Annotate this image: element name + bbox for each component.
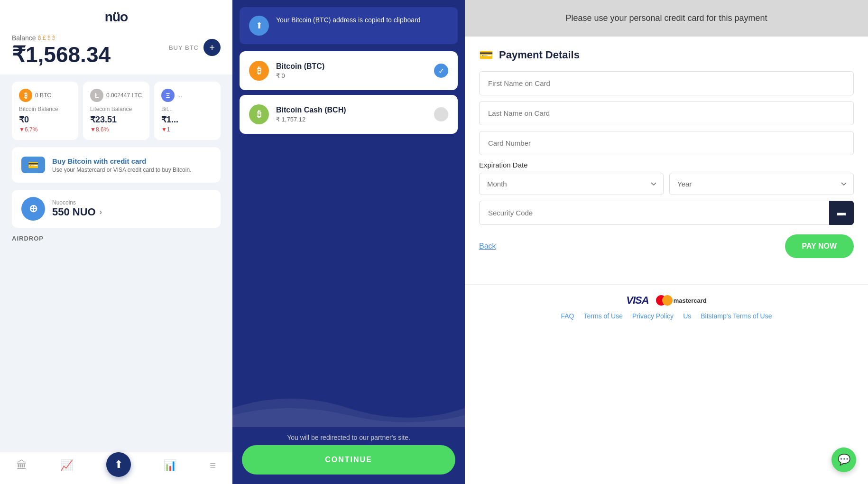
- nuocoins-info: Nuocoins 550 NUO ›: [52, 199, 102, 218]
- last-name-input[interactable]: [479, 101, 854, 125]
- security-code-input[interactable]: [479, 201, 829, 225]
- btc-card-header: ₿ 0 BTC: [19, 89, 71, 102]
- balance-amount: ₹1,568.34: [12, 42, 111, 67]
- continue-button[interactable]: CONTINUE: [242, 445, 455, 475]
- notice-banner: Please use your personal credit card for…: [465, 0, 868, 37]
- notification-bar: ⬆ Your Bitcoin (BTC) address is copied t…: [240, 7, 458, 44]
- credit-card-back-icon: ▬: [837, 208, 846, 218]
- mastercard-text: mastercard: [674, 297, 707, 304]
- nav-send[interactable]: ⬆: [106, 452, 131, 477]
- expiry-row: Month January February March April May J…: [479, 173, 854, 195]
- credit-card-icon: 💳: [21, 157, 45, 173]
- us-link[interactable]: Us: [683, 312, 691, 320]
- eth-symbol: ...: [177, 92, 182, 99]
- nuocoins-arrow: ›: [100, 208, 102, 216]
- app-logo: nüo: [12, 9, 221, 25]
- nav-home[interactable]: 🏛: [17, 459, 27, 477]
- right-panel: Please use your personal credit card for…: [465, 0, 868, 484]
- payment-section: 💳 Payment Details Expiration Date Month …: [465, 37, 868, 284]
- wave-decoration: [232, 380, 465, 427]
- footer-links: FAQ Terms of Use Privacy Policy Us Bitst…: [479, 312, 854, 320]
- nuocoins-card[interactable]: ⊕ Nuocoins 550 NUO ›: [12, 190, 221, 228]
- footer-section: VISA mastercard FAQ Terms of Use Privacy…: [465, 284, 868, 329]
- buy-card-description: Use your Mastercard or VISA credit card …: [52, 167, 191, 173]
- nav-menu[interactable]: ≡: [210, 459, 216, 477]
- buy-btc-section: BUY BTC +: [169, 39, 221, 56]
- bottom-nav: 🏛 📈 ⬆ 📊 ≡: [0, 452, 232, 484]
- expiry-section: Expiration Date Month January February M…: [479, 161, 854, 195]
- month-select[interactable]: Month January February March April May J…: [479, 173, 664, 195]
- buy-card-title: Buy Bitcoin with credit card: [52, 157, 191, 165]
- nuocoins-label: Nuocoins: [52, 199, 102, 206]
- bch-list-name: Bitcoin Cash (BCH): [276, 106, 427, 114]
- btc-symbol: 0 BTC: [35, 92, 51, 99]
- eth-change: ▼1: [161, 126, 213, 133]
- bch-list-value: ₹ 1,757.12: [276, 116, 427, 123]
- nuocoins-section: ⊕ Nuocoins 550 NUO ›: [0, 190, 232, 235]
- eth-card[interactable]: Ξ ... Bit... ₹1... ▼1: [154, 82, 221, 140]
- notification-text: Your Bitcoin (BTC) address is copied to …: [276, 16, 421, 25]
- security-code-row: ▬: [479, 201, 854, 225]
- last-name-field: [479, 101, 854, 125]
- left-panel: nüo Balance ₿ £ ₿ ₿ ₹1,568.34 BUY BTC + …: [0, 0, 232, 484]
- mc-orange-circle: [662, 295, 673, 306]
- back-button[interactable]: Back: [479, 242, 496, 251]
- buy-credit-card-item[interactable]: 💳 Buy Bitcoin with credit card Use your …: [12, 147, 221, 183]
- bch-unselected-check: ○: [434, 107, 448, 121]
- expiry-label: Expiration Date: [479, 161, 854, 169]
- airdrop-label: AIRDROP: [12, 235, 221, 242]
- card-number-field: [479, 131, 854, 155]
- buy-btc-button[interactable]: BUY BTC: [169, 44, 199, 51]
- ltc-icon: Ł: [90, 89, 103, 102]
- btc-change: ▼6.7%: [19, 126, 71, 133]
- bch-list-item[interactable]: ₿ Bitcoin Cash (BCH) ₹ 1,757.12 ○: [240, 95, 458, 134]
- redirect-text: You will be redirected to our partner's …: [232, 434, 465, 441]
- bch-list-icon: ₿: [249, 104, 269, 124]
- nav-stats[interactable]: 📊: [164, 459, 176, 477]
- payment-card-icon: 💳: [479, 48, 493, 62]
- ltc-change: ▼8.6%: [90, 126, 142, 133]
- chat-button[interactable]: 💬: [831, 447, 856, 472]
- btc-list-info: Bitcoin (BTC) ₹ 0: [276, 62, 427, 79]
- faq-link[interactable]: FAQ: [561, 312, 574, 320]
- payment-title: 💳 Payment Details: [479, 48, 854, 62]
- airdrop-section: AIRDROP: [0, 235, 232, 242]
- eth-icon: Ξ: [161, 89, 175, 102]
- notice-text: Please use your personal credit card for…: [479, 12, 854, 25]
- mastercard-logo: mastercard: [656, 295, 707, 306]
- eth-value: ₹1...: [161, 114, 213, 125]
- first-name-field: [479, 71, 854, 95]
- nuo-icon: ⊕: [21, 197, 45, 221]
- add-button[interactable]: +: [203, 39, 221, 56]
- app-header: nüo Balance ₿ £ ₿ ₿ ₹1,568.34 BUY BTC +: [0, 0, 232, 74]
- btc-list-name: Bitcoin (BTC): [276, 62, 427, 71]
- btc-label: Bitcoin Balance: [19, 106, 71, 112]
- nav-chart[interactable]: 📈: [60, 459, 73, 477]
- crypto-selection-list: ₿ Bitcoin (BTC) ₹ 0 ✓ ₿ Bitcoin Cash (BC…: [232, 51, 465, 134]
- ltc-label: Litecoin Balance: [90, 106, 142, 112]
- middle-panel: ⬆ Your Bitcoin (BTC) address is copied t…: [232, 0, 465, 484]
- crypto-cards-row: ₿ 0 BTC Bitcoin Balance ₹0 ▼6.7% Ł 0.002…: [0, 74, 232, 147]
- mc-circles: [656, 295, 673, 306]
- bitstamp-terms-link[interactable]: Bitstamp's Terms of Use: [701, 312, 772, 320]
- eth-card-header: Ξ ...: [161, 89, 213, 102]
- action-row: Back PAY NOW: [479, 234, 854, 258]
- btc-list-item[interactable]: ₿ Bitcoin (BTC) ₹ 0 ✓: [240, 51, 458, 90]
- eth-label: Bit...: [161, 106, 213, 112]
- first-name-input[interactable]: [479, 71, 854, 95]
- payment-logos: VISA mastercard: [479, 294, 854, 307]
- card-number-input[interactable]: [479, 131, 854, 155]
- terms-of-use-link[interactable]: Terms of Use: [584, 312, 623, 320]
- buy-card-section: 💳 Buy Bitcoin with credit card Use your …: [0, 147, 232, 190]
- year-select[interactable]: Year 2024 2025 2026 2027 2028 2029 2030: [669, 173, 854, 195]
- bch-list-info: Bitcoin Cash (BCH) ₹ 1,757.12: [276, 106, 427, 123]
- pay-now-button[interactable]: PAY NOW: [785, 234, 854, 258]
- btc-card[interactable]: ₿ 0 BTC Bitcoin Balance ₹0 ▼6.7%: [12, 82, 78, 140]
- nuocoins-value: 550 NUO ›: [52, 206, 102, 218]
- payment-heading: Payment Details: [499, 49, 580, 61]
- ltc-card[interactable]: Ł 0.002447 LTC Litecoin Balance ₹23.51 ▼…: [83, 82, 149, 140]
- privacy-policy-link[interactable]: Privacy Policy: [632, 312, 674, 320]
- chat-icon: 💬: [838, 454, 850, 466]
- security-info-button[interactable]: ▬: [829, 201, 854, 225]
- btc-selected-check: ✓: [434, 64, 448, 78]
